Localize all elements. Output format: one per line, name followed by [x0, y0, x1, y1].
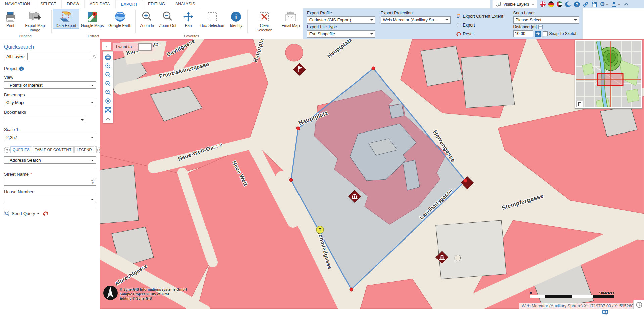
snap-layer-select[interactable]: Please Select — [513, 16, 579, 24]
inset-resize-handle[interactable] — [576, 101, 583, 107]
query-select[interactable]: Address Search — [4, 156, 96, 164]
map-area: KapaunplatzDavidgasseFranziskanergasseHa… — [100, 39, 644, 317]
north-arrow — [103, 285, 118, 301]
snap-layer-label: Snap Layer — [513, 10, 579, 16]
tab-queries[interactable]: QUERIES — [10, 146, 32, 153]
scale-select[interactable]: 2,257 — [4, 134, 96, 141]
export-file-type-select[interactable]: Esri Shapefile — [307, 30, 375, 38]
street-name-input[interactable] — [4, 178, 96, 186]
apply-distance-button[interactable] — [535, 31, 541, 37]
tab-clipped[interactable]: L — [95, 146, 97, 153]
export-extent-icon — [456, 14, 461, 19]
autocomplete-sort-icon: ab▼ — [91, 179, 94, 185]
reset-button[interactable]: Reset — [456, 30, 508, 37]
export-projection-select[interactable]: Web Mercator (Auxiliary Sp... — [381, 16, 451, 24]
zoom-out-icon[interactable] — [104, 70, 112, 79]
globe-icon[interactable] — [104, 53, 112, 62]
i-want-to-input[interactable] — [138, 43, 152, 51]
google-earth-button[interactable]: Google Earth — [106, 9, 134, 28]
flag-germany-icon[interactable] — [548, 1, 554, 7]
tab-add-data[interactable]: ADD DATA — [85, 0, 116, 8]
collapse-toolbar-icon[interactable] — [104, 116, 112, 122]
visible-layers-dropdown[interactable]: i Visible Layers — [492, 0, 537, 8]
center-map-icon[interactable] — [104, 97, 112, 105]
email-map-button[interactable]: Email Map — [279, 9, 302, 28]
map-canvas[interactable]: KapaunplatzDavidgasseFranziskanergasseHa… — [100, 39, 644, 309]
view-select[interactable]: Points of Interest — [4, 81, 96, 89]
tab-legend[interactable]: LEGEND — [74, 146, 94, 153]
extent-rectangle[interactable] — [598, 74, 623, 86]
box-selection-button[interactable]: Box Selection — [198, 9, 226, 28]
required-asterisk: * — [30, 172, 32, 177]
moon-icon[interactable] — [565, 1, 571, 7]
tram-stop-marker[interactable]: T — [316, 226, 324, 233]
export-button[interactable]: Export — [456, 21, 508, 29]
bookmarks-select[interactable] — [4, 116, 86, 123]
search-icon[interactable] — [93, 54, 96, 59]
identify-icon: i — [230, 10, 242, 23]
save-icon[interactable] — [591, 1, 597, 7]
pan-icon — [183, 10, 194, 23]
ribbon-group-favorites: Zoom In Zoom Out Pan Box Selection i Ide… — [137, 8, 246, 39]
tab-navigation[interactable]: NAVIGATION — [0, 0, 35, 8]
distance-input[interactable] — [513, 30, 533, 37]
tab-export[interactable]: EXPORT — [116, 0, 143, 8]
google-maps-button[interactable]: Google Maps — [79, 9, 106, 28]
quicksearch-input[interactable] — [27, 53, 91, 60]
tab-analysis[interactable]: ANALYSIS — [170, 0, 200, 8]
reset-query-icon[interactable] — [42, 211, 48, 216]
collapse-sidebar-button[interactable]: ‹ — [102, 42, 111, 50]
zoom-in-button[interactable]: Zoom In — [137, 9, 157, 28]
tab-select[interactable]: SELECT — [35, 0, 62, 8]
map-navigation-toolbar — [103, 51, 113, 123]
flag-uae-icon[interactable] — [557, 1, 562, 7]
group-label-printing: Printing — [0, 34, 50, 39]
export-map-image-button[interactable]: Export Map Image — [20, 9, 50, 33]
svg-text:?: ? — [576, 2, 578, 6]
send-query-button[interactable]: Send Query — [4, 211, 40, 216]
info-icon[interactable]: i — [19, 66, 24, 71]
scale-min: 0 — [530, 291, 532, 295]
user-menu[interactable] — [611, 1, 620, 7]
google-earth-icon — [114, 10, 126, 23]
flag-uk-icon[interactable] — [540, 1, 546, 7]
tab-editing[interactable]: EDITING — [143, 0, 170, 8]
collapse-ribbon-icon[interactable] — [623, 1, 629, 7]
data-export-button[interactable]: Data Export — [53, 9, 79, 28]
export-projection-label: Export Projection — [381, 10, 451, 16]
clear-selection-button[interactable]: Clear Selection — [249, 9, 279, 33]
export-current-extent-button[interactable]: Export Current Extent — [456, 13, 508, 20]
data-export-icon — [59, 10, 73, 23]
zoom-out-button[interactable]: Zoom Out — [157, 9, 179, 28]
export-profile-select[interactable]: Cadaster (GIS-Export) — [307, 16, 375, 24]
identify-button[interactable]: i Identify — [226, 9, 246, 28]
zoom-in-icon[interactable] — [104, 62, 112, 70]
gear-icon: ⚙ — [600, 1, 605, 7]
export-projection-column: Export Projection Web Mercator (Auxiliar… — [381, 10, 451, 39]
full-extent-icon[interactable] — [104, 105, 112, 114]
i-want-to-widget[interactable]: I want to ... — [113, 43, 153, 51]
history-clock-button[interactable] — [633, 300, 644, 309]
zoom-in-icon — [141, 10, 153, 23]
link-icon[interactable] — [583, 1, 589, 7]
tab-table-of-content[interactable]: TABLE OF CONTENT — [33, 146, 74, 153]
calculator-icon[interactable] — [538, 25, 543, 29]
tabs-scroll-left-button[interactable]: ◀ — [4, 147, 10, 153]
map-viewport[interactable]: KapaunplatzDavidgasseFranziskanergasseHa… — [100, 39, 644, 309]
zoom-next-icon[interactable] — [104, 88, 112, 97]
svg-text:i: i — [235, 13, 237, 21]
print-button[interactable]: Print — [1, 9, 20, 28]
zoom-previous-icon[interactable] — [104, 79, 112, 88]
printer-icon — [5, 10, 16, 23]
quicksearch-layer-select[interactable]: All Layers — [4, 53, 25, 60]
status-tray-icon[interactable] — [602, 310, 608, 315]
settings-menu[interactable]: ⚙ — [600, 1, 608, 7]
house-number-select[interactable] — [4, 196, 96, 203]
user-icon — [611, 1, 617, 7]
basemap-select[interactable]: City Map — [4, 99, 96, 106]
tab-draw[interactable]: DRAW — [62, 0, 85, 8]
pan-button[interactable]: Pan — [179, 9, 198, 28]
snap-to-sketch-checkbox[interactable] — [543, 31, 548, 36]
overview-map[interactable] — [575, 40, 642, 109]
help-icon[interactable]: ? — [574, 1, 580, 7]
